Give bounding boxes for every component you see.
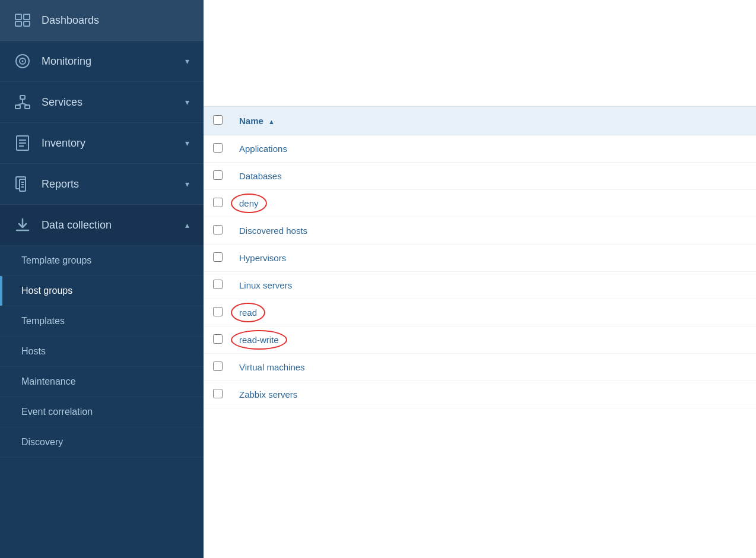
sidebar-item-reports[interactable]: Reports ▾ [0, 164, 204, 205]
header-checkbox-cell [204, 107, 230, 135]
table-row: Applications [204, 135, 756, 163]
sidebar-item-services[interactable]: Services ▾ [0, 82, 204, 123]
sidebar-subitem-event-correlation[interactable]: Event correlation [0, 397, 204, 427]
sidebar-item-label: Monitoring [42, 55, 91, 68]
row-checkbox[interactable] [213, 225, 223, 234]
subitem-label: Hosts [21, 346, 46, 357]
sidebar-subitem-template-groups[interactable]: Template groups [0, 246, 204, 276]
row-checkbox-cell [204, 381, 230, 408]
row-name-cell: deny [230, 190, 756, 217]
sidebar-item-monitoring[interactable]: Monitoring ▾ [0, 41, 204, 82]
table-row: Zabbix servers [204, 381, 756, 408]
sidebar-subitem-hosts[interactable]: Hosts [0, 337, 204, 367]
row-checkbox-cell [204, 326, 230, 354]
subitem-label: Discovery [21, 437, 63, 448]
chevron-down-icon: ▾ [185, 56, 189, 66]
subitem-label: Host groups [21, 286, 72, 296]
circled-annotation: deny [239, 198, 259, 208]
row-checkbox[interactable] [213, 389, 223, 398]
chevron-up-icon: ▴ [185, 220, 189, 230]
row-name-cell: Linux servers [230, 272, 756, 299]
dashboard-icon [14, 12, 31, 28]
svg-rect-3 [24, 21, 30, 26]
table-row: read [204, 299, 756, 326]
row-checkbox[interactable] [213, 252, 223, 262]
circled-annotation: read [239, 307, 257, 318]
sidebar-item-label: Data collection [42, 219, 112, 232]
table-area: Name ▲ ApplicationsDatabasesdenyDiscover… [204, 107, 756, 558]
row-name-cell: Applications [230, 135, 756, 163]
group-name-link[interactable]: Zabbix servers [239, 389, 297, 400]
sidebar-subitem-host-groups[interactable]: Host groups [0, 276, 204, 306]
sidebar-item-label: Services [42, 96, 82, 109]
table-row: Linux servers [204, 272, 756, 299]
inventory-icon [14, 135, 31, 151]
row-name-cell: Zabbix servers [230, 381, 756, 408]
row-checkbox[interactable] [213, 307, 223, 316]
services-icon [14, 94, 31, 110]
sidebar-subitem-templates[interactable]: Templates [0, 306, 204, 337]
table-header-row: Name ▲ [204, 107, 756, 135]
group-name-link[interactable]: read [239, 307, 257, 318]
group-name-link[interactable]: Virtual machines [239, 362, 305, 372]
row-checkbox[interactable] [213, 280, 223, 289]
sidebar-item-dashboards[interactable]: Dashboards [0, 0, 204, 41]
select-all-checkbox[interactable] [213, 115, 223, 125]
group-name-link[interactable]: Applications [239, 144, 287, 154]
row-checkbox-cell [204, 245, 230, 272]
sidebar-subitem-discovery[interactable]: Discovery [0, 427, 204, 458]
monitoring-icon [14, 53, 31, 69]
top-bar [204, 0, 756, 107]
svg-rect-2 [15, 21, 21, 26]
svg-line-12 [23, 103, 27, 105]
svg-rect-9 [25, 105, 30, 109]
row-name-cell: Discovered hosts [230, 217, 756, 245]
chevron-down-icon: ▾ [185, 97, 189, 107]
chevron-down-icon: ▾ [185, 138, 189, 148]
row-checkbox-cell [204, 299, 230, 326]
sidebar-subitem-maintenance[interactable]: Maintenance [0, 367, 204, 397]
subitem-label: Event correlation [21, 407, 93, 417]
subitem-label: Template groups [21, 255, 91, 266]
table-row: deny [204, 190, 756, 217]
table-row: Hypervisors [204, 245, 756, 272]
row-checkbox[interactable] [213, 170, 223, 180]
table-row: read-write [204, 326, 756, 354]
subitem-label: Maintenance [21, 376, 76, 387]
main-content: Name ▲ ApplicationsDatabasesdenyDiscover… [204, 0, 756, 558]
host-groups-table: Name ▲ ApplicationsDatabasesdenyDiscover… [204, 107, 756, 408]
sidebar-item-label: Reports [42, 178, 79, 191]
svg-rect-7 [20, 96, 25, 99]
row-name-cell: Hypervisors [230, 245, 756, 272]
sidebar-item-data-collection[interactable]: Data collection ▴ [0, 205, 204, 246]
group-name-link[interactable]: read-write [239, 335, 279, 345]
svg-rect-1 [24, 14, 30, 20]
name-column-header[interactable]: Name ▲ [230, 107, 756, 135]
group-name-link[interactable]: Discovered hosts [239, 226, 307, 236]
sidebar-item-label: Inventory [42, 137, 85, 150]
svg-rect-8 [15, 105, 20, 109]
svg-point-6 [22, 61, 24, 62]
row-name-cell: Virtual machines [230, 354, 756, 381]
subitem-label: Templates [21, 316, 65, 326]
row-name-cell: Databases [230, 163, 756, 190]
row-checkbox-cell [204, 354, 230, 381]
group-name-link[interactable]: deny [239, 198, 259, 208]
circled-annotation: read-write [239, 335, 279, 345]
row-checkbox[interactable] [213, 362, 223, 371]
row-checkbox[interactable] [213, 143, 223, 153]
name-column-label: Name [239, 116, 263, 126]
row-name-cell: read-write [230, 326, 756, 354]
group-name-link[interactable]: Linux servers [239, 280, 292, 290]
row-checkbox[interactable] [213, 198, 223, 207]
group-name-link[interactable]: Databases [239, 171, 282, 181]
sidebar-item-inventory[interactable]: Inventory ▾ [0, 123, 204, 164]
row-checkbox[interactable] [213, 334, 223, 344]
table-row: Virtual machines [204, 354, 756, 381]
sort-asc-icon: ▲ [268, 118, 275, 125]
row-checkbox-cell [204, 163, 230, 190]
svg-line-11 [18, 103, 23, 105]
row-name-cell: read [230, 299, 756, 326]
group-name-link[interactable]: Hypervisors [239, 253, 286, 263]
reports-icon [14, 176, 31, 192]
